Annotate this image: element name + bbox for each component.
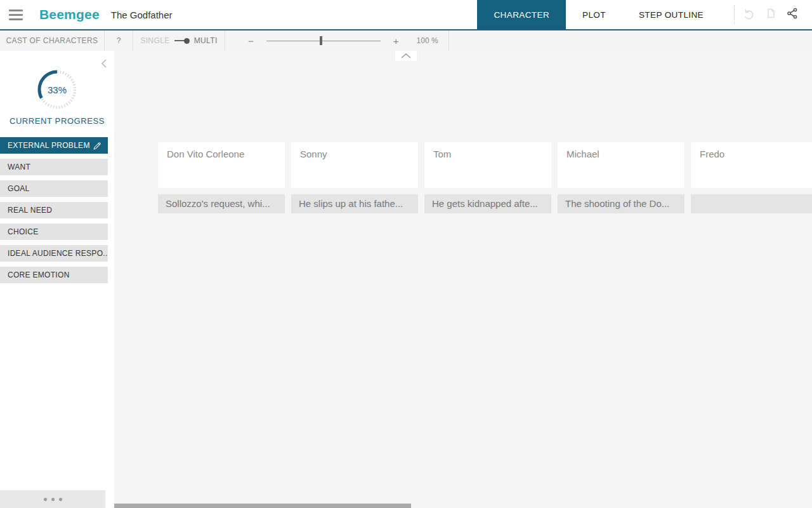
character-external-problem[interactable]: He slips up at his fathe... xyxy=(291,194,418,213)
character-name: Tom xyxy=(433,149,542,159)
app-header: Beemgee The Godfather CHARACTER PLOT STE… xyxy=(0,0,812,30)
attribute-item-real-need[interactable]: REAL NEED xyxy=(0,202,108,218)
character-name: Fredo xyxy=(700,149,809,159)
character-card[interactable]: Sonny xyxy=(291,142,418,188)
undo-icon xyxy=(743,7,756,22)
progress-ring: 33% xyxy=(36,68,79,111)
character-column-sonny: Sonny He slips up at his fathe... xyxy=(291,142,418,213)
zoom-level-value: 100 % xyxy=(417,36,438,45)
multi-mode-label[interactable]: MULTI xyxy=(194,36,218,45)
header-spacer xyxy=(173,0,478,29)
character-card[interactable]: Tom xyxy=(424,142,551,188)
attribute-list: EXTERNAL PROBLEM WANT xyxy=(0,137,108,288)
horizontal-scrollbar-thumb[interactable] xyxy=(114,504,411,508)
header-actions xyxy=(726,0,803,29)
zoom-controls: − + 100 % xyxy=(225,30,449,51)
zoom-slider-thumb[interactable] xyxy=(320,36,322,45)
app-logo: Beemgee xyxy=(39,7,100,22)
attribute-item-want[interactable]: WANT xyxy=(0,159,108,175)
attribute-item-external-problem[interactable]: EXTERNAL PROBLEM xyxy=(0,137,108,154)
single-mode-label[interactable]: SINGLE xyxy=(140,36,169,45)
attribute-item-core-emotion[interactable]: CORE EMOTION xyxy=(0,267,108,283)
character-name: Don Vito Corleone xyxy=(167,149,276,159)
help-button[interactable]: ? xyxy=(105,30,133,51)
attributes-sidebar: 33% CURRENT PROGRESS EXTERNAL PROBLEM WA… xyxy=(0,51,114,508)
character-column-tom: Tom He gets kidnapped afte... xyxy=(424,142,551,213)
character-name: Sonny xyxy=(300,149,409,159)
progress-caption: CURRENT PROGRESS xyxy=(0,116,114,126)
sidebar-more-button[interactable] xyxy=(0,490,105,508)
zoom-out-button[interactable]: − xyxy=(244,36,258,46)
character-board: Don Vito Corleone Sollozzo's request, wh… xyxy=(114,51,812,508)
main-tabs: CHARACTER PLOT STEP OUTLINE xyxy=(477,0,720,29)
character-row: Don Vito Corleone Sollozzo's request, wh… xyxy=(158,142,812,213)
progress-widget: 33% CURRENT PROGRESS xyxy=(0,68,114,126)
character-external-problem[interactable]: The shooting of the Do... xyxy=(558,194,684,213)
character-name: Michael xyxy=(566,149,676,159)
header-divider xyxy=(734,5,735,24)
attribute-item-choice[interactable]: CHOICE xyxy=(0,224,108,240)
character-card[interactable]: Don Vito Corleone xyxy=(158,142,285,188)
secondary-toolbar: CAST OF CHARACTERS ? SINGLE MULTI − + 10… xyxy=(0,30,812,51)
character-external-problem[interactable] xyxy=(691,194,812,213)
share-button[interactable] xyxy=(782,4,803,25)
tab-character[interactable]: CHARACTER xyxy=(477,0,566,29)
character-column-michael: Michael The shooting of the Do... xyxy=(558,142,684,213)
character-external-problem[interactable]: He gets kidnapped afte... xyxy=(424,194,551,213)
character-external-problem[interactable]: Sollozzo's request, whi... xyxy=(158,194,285,213)
ellipsis-icon xyxy=(44,498,47,501)
hamburger-menu-icon[interactable] xyxy=(9,0,23,29)
attribute-item-ideal-audience-respo[interactable]: IDEAL AUDIENCE RESPO... xyxy=(0,245,108,262)
cast-of-characters-label[interactable]: CAST OF CHARACTERS xyxy=(0,30,105,51)
project-title: The Godfather xyxy=(111,10,173,20)
zoom-in-button[interactable]: + xyxy=(390,36,403,46)
zoom-slider[interactable] xyxy=(266,36,381,45)
progress-percentage: 33% xyxy=(36,68,79,111)
character-card[interactable]: Fredo xyxy=(691,142,812,188)
toggle-knob xyxy=(184,38,190,44)
character-column-fredo: Fredo xyxy=(691,142,812,213)
single-multi-toggle[interactable] xyxy=(174,37,190,44)
zoom-slider-track xyxy=(266,41,381,42)
duplicate-button[interactable] xyxy=(760,4,782,25)
tab-plot[interactable]: PLOT xyxy=(566,0,622,29)
edit-pencil-icon[interactable] xyxy=(92,140,102,154)
character-column-don-vito-corleone: Don Vito Corleone Sollozzo's request, wh… xyxy=(158,142,285,213)
undo-button[interactable] xyxy=(738,4,760,25)
collapse-row-button[interactable] xyxy=(395,51,417,61)
character-card[interactable]: Michael xyxy=(558,142,684,188)
tab-step-outline[interactable]: STEP OUTLINE xyxy=(622,0,720,29)
document-icon xyxy=(764,7,777,22)
attribute-item-goal[interactable]: GOAL xyxy=(0,180,108,197)
share-icon xyxy=(786,7,799,22)
chevron-up-icon xyxy=(400,51,412,62)
view-mode-toggle-group: SINGLE MULTI xyxy=(133,30,225,51)
